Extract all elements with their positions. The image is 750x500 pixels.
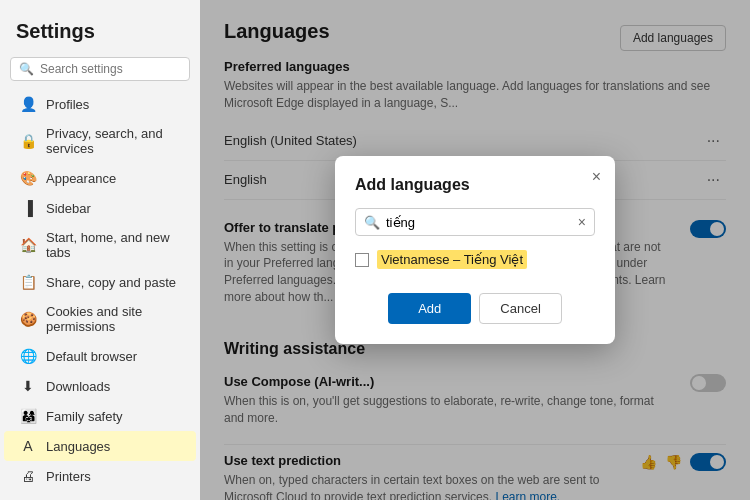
dialog-add-button[interactable]: Add xyxy=(388,293,471,324)
dialog-cancel-button[interactable]: Cancel xyxy=(479,293,561,324)
nav-icon-appearance: 🎨 xyxy=(20,170,36,186)
main-content: Languages Add languages Preferred langua… xyxy=(200,0,750,500)
nav-label-printers: Printers xyxy=(46,469,91,484)
nav-icon-profiles: 👤 xyxy=(20,96,36,112)
sidebar-item-cookies[interactable]: 🍪Cookies and site permissions xyxy=(4,297,196,341)
sidebar-item-start[interactable]: 🏠Start, home, and new tabs xyxy=(4,223,196,267)
sidebar-search-input[interactable] xyxy=(40,62,181,76)
dialog-search-input[interactable] xyxy=(386,215,572,230)
sidebar-item-printers[interactable]: 🖨Printers xyxy=(4,461,196,491)
add-languages-dialog: Add languages × 🔍 × Vietnamese – Tiếng V… xyxy=(335,156,615,344)
sidebar-item-profiles[interactable]: 👤Profiles xyxy=(4,89,196,119)
nav-label-privacy: Privacy, search, and services xyxy=(46,126,180,156)
dialog-search-box[interactable]: 🔍 × xyxy=(355,208,595,236)
nav-list: 👤Profiles🔒Privacy, search, and services🎨… xyxy=(0,89,200,500)
nav-label-appearance: Appearance xyxy=(46,171,116,186)
nav-icon-downloads: ⬇ xyxy=(20,378,36,394)
result-label-vietnamese: Vietnamese – Tiếng Việt xyxy=(377,250,527,269)
sidebar-item-share[interactable]: 📋Share, copy and paste xyxy=(4,267,196,297)
dialog-actions: Add Cancel xyxy=(355,293,595,324)
dialog-search-icon: 🔍 xyxy=(364,215,380,230)
sidebar-item-sidebar[interactable]: ▐Sidebar xyxy=(4,193,196,223)
result-item-vietnamese: Vietnamese – Tiếng Việt xyxy=(355,246,595,273)
nav-icon-start: 🏠 xyxy=(20,237,36,253)
dialog-search-clear-button[interactable]: × xyxy=(578,214,586,230)
nav-label-sidebar: Sidebar xyxy=(46,201,91,216)
nav-icon-privacy: 🔒 xyxy=(20,133,36,149)
nav-icon-share: 📋 xyxy=(20,274,36,290)
nav-icon-family: 👨‍👩‍👧 xyxy=(20,408,36,424)
nav-icon-browser: 🌐 xyxy=(20,348,36,364)
sidebar-title: Settings xyxy=(0,10,200,57)
nav-label-start: Start, home, and new tabs xyxy=(46,230,180,260)
nav-label-profiles: Profiles xyxy=(46,97,89,112)
nav-icon-languages: A xyxy=(20,438,36,454)
dialog-close-button[interactable]: × xyxy=(592,168,601,186)
result-checkbox-vietnamese[interactable] xyxy=(355,253,369,267)
nav-label-cookies: Cookies and site permissions xyxy=(46,304,180,334)
dialog-title: Add languages xyxy=(355,176,595,194)
dialog-overlay: Add languages × 🔍 × Vietnamese – Tiếng V… xyxy=(200,0,750,500)
nav-icon-printers: 🖨 xyxy=(20,468,36,484)
nav-label-share: Share, copy and paste xyxy=(46,275,176,290)
nav-label-languages: Languages xyxy=(46,439,110,454)
nav-label-browser: Default browser xyxy=(46,349,137,364)
nav-icon-cookies: 🍪 xyxy=(20,311,36,327)
nav-label-family: Family safety xyxy=(46,409,123,424)
sidebar-item-downloads[interactable]: ⬇Downloads xyxy=(4,371,196,401)
sidebar-item-system[interactable]: ⚙System and performance xyxy=(4,491,196,500)
sidebar-item-appearance[interactable]: 🎨Appearance xyxy=(4,163,196,193)
sidebar-item-browser[interactable]: 🌐Default browser xyxy=(4,341,196,371)
search-icon: 🔍 xyxy=(19,62,34,76)
sidebar-item-privacy[interactable]: 🔒Privacy, search, and services xyxy=(4,119,196,163)
nav-label-downloads: Downloads xyxy=(46,379,110,394)
nav-icon-sidebar: ▐ xyxy=(20,200,36,216)
sidebar-item-languages[interactable]: ALanguages xyxy=(4,431,196,461)
sidebar: Settings 🔍 👤Profiles🔒Privacy, search, an… xyxy=(0,0,200,500)
sidebar-search-box[interactable]: 🔍 xyxy=(10,57,190,81)
sidebar-item-family[interactable]: 👨‍👩‍👧Family safety xyxy=(4,401,196,431)
